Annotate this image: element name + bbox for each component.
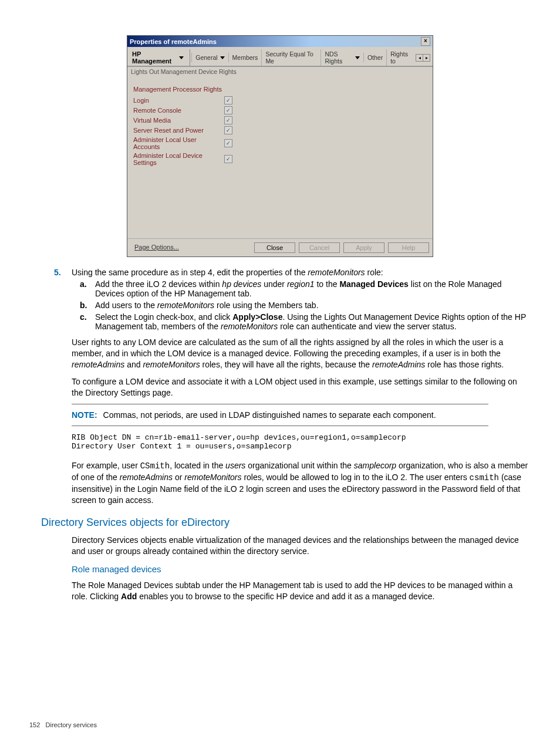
window-title: Properties of remoteAdmins: [130, 38, 217, 45]
right-row-admin-device: Administer Local Device Settings ✓: [133, 152, 427, 166]
page-footer: 152 Directory services: [29, 721, 97, 728]
cancel-button[interactable]: Cancel: [299, 242, 340, 253]
code-block: RIB Object DN = cn=rib-email-server,ou=h…: [29, 430, 531, 454]
checkbox-admin-device[interactable]: ✓: [224, 155, 232, 163]
right-label: Remote Console: [133, 107, 224, 114]
window-titlebar: Properties of remoteAdmins ×: [127, 36, 433, 47]
tab-security-equal[interactable]: Security Equal To Me: [261, 49, 321, 66]
right-row-remote-console: Remote Console ✓: [133, 106, 427, 114]
right-label: Administer Local Device Settings: [133, 152, 224, 166]
document-body: Using the same procedure as in step 4, e…: [29, 268, 531, 602]
help-button[interactable]: Help: [388, 242, 429, 253]
window-footer: Page Options... Close Cancel Apply Help: [127, 238, 433, 256]
paragraph-example: For example, user CSmith, located in the…: [29, 460, 531, 506]
close-button[interactable]: Close: [254, 242, 295, 253]
heading-directory-services: Directory Services objects for eDirector…: [41, 517, 531, 529]
checkbox-virtual-media[interactable]: ✓: [224, 116, 232, 124]
tab-general[interactable]: General: [191, 53, 228, 62]
rights-section-title: Management Processor Rights: [133, 86, 427, 93]
dropdown-label: HP Management: [132, 50, 176, 65]
paragraph-dso: Directory Services objects enable virtua…: [29, 535, 531, 557]
chevron-down-icon: [355, 56, 360, 59]
right-label: Virtual Media: [133, 117, 224, 124]
paragraph-rmd: The Role Managed Devices subtab under th…: [29, 580, 531, 602]
right-row-login: Login ✓: [133, 96, 427, 104]
divider: [72, 404, 488, 404]
paragraph-user-rights: User rights to any LOM device are calcul…: [29, 337, 531, 370]
tab-nds-rights[interactable]: NDS Rights: [321, 49, 363, 66]
apply-button[interactable]: Apply: [343, 242, 384, 253]
scroll-right-icon[interactable]: ▸: [423, 55, 430, 61]
scroll-left-icon[interactable]: ◂: [416, 55, 423, 61]
note-label: NOTE:: [72, 410, 97, 420]
tab-members[interactable]: Members: [228, 53, 262, 62]
tab-other[interactable]: Other: [363, 53, 386, 62]
checkbox-remote-console[interactable]: ✓: [224, 106, 232, 114]
divider: [190, 49, 190, 66]
step-5b: Add users to the remoteMonitors role usi…: [95, 301, 531, 310]
note-text: Commas, not periods, are used in LDAP di…: [103, 410, 436, 420]
properties-window: Properties of remoteAdmins × HP Manageme…: [127, 35, 433, 257]
right-row-admin-users: Administer Local User Accounts ✓: [133, 136, 427, 150]
right-row-server-reset: Server Reset and Power ✓: [133, 126, 427, 134]
right-row-virtual-media: Virtual Media ✓: [133, 116, 427, 124]
step-5a: Add the three iLO 2 devices within hp de…: [95, 279, 531, 298]
divider: [72, 426, 488, 426]
right-label: Server Reset and Power: [133, 127, 224, 134]
chapter-name: Directory services: [46, 721, 97, 728]
tab-row: HP Management General Members Security E…: [127, 47, 433, 67]
step-5: Using the same procedure as in step 4, e…: [72, 268, 531, 331]
window-body: Management Processor Rights Login ✓ Remo…: [127, 76, 433, 238]
right-label: Login: [133, 97, 224, 104]
chevron-down-icon: [179, 56, 184, 59]
subtab-label: Lights Out Management Device Rights: [127, 67, 433, 76]
chevron-down-icon: [220, 56, 225, 59]
checkbox-server-reset[interactable]: ✓: [224, 126, 232, 134]
tab-scroll-buttons[interactable]: ◂ ▸: [416, 54, 430, 62]
step-5c: Select the Login check-box, and click Ap…: [95, 312, 531, 331]
checkbox-admin-users[interactable]: ✓: [224, 139, 232, 147]
hp-management-dropdown[interactable]: HP Management: [130, 49, 186, 66]
tab-rights-to[interactable]: Rights to: [386, 49, 416, 66]
right-label: Administer Local User Accounts: [133, 136, 224, 150]
close-icon[interactable]: ×: [421, 37, 430, 46]
page-number: 152: [29, 721, 40, 728]
note-block: NOTE:Commas, not periods, are used in LD…: [29, 408, 531, 422]
heading-role-managed-devices: Role managed devices: [72, 564, 531, 574]
page-options-link[interactable]: Page Options...: [131, 242, 183, 253]
checkbox-login[interactable]: ✓: [224, 96, 232, 104]
paragraph-configure: To configure a LOM device and associate …: [29, 376, 531, 399]
